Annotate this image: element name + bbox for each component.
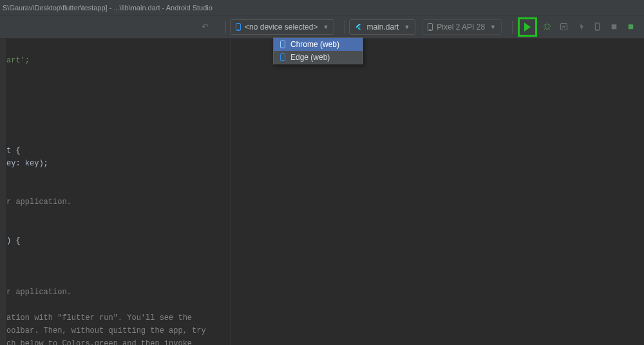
flutter-icon [355,23,363,31]
code-line: t { [6,146,21,155]
dropdown-item-label: Chrome (web) [290,40,339,49]
code-line: oolbar. Then, without quitting the app, … [6,326,206,335]
title-bar: S\Gaurav\Desktop\flutter\testapp] - ...\… [0,0,644,15]
code-line: r application. [6,288,71,297]
back-icon[interactable]: ↶ [199,21,211,33]
attach-icon[interactable] [591,21,603,33]
content-area: art'; t { ey: key); r application. ) { r… [0,39,644,345]
chevron-down-icon: ▼ [323,24,328,30]
coverage-icon[interactable] [557,21,570,33]
android-icon[interactable] [624,21,637,33]
dropdown-item-label: Edge (web) [290,53,330,62]
toolbar-divider [345,21,345,33]
phone-icon [236,23,241,31]
title-text: S\Gaurav\Desktop\flutter\testapp] - ...\… [3,4,213,12]
stop-icon[interactable] [607,21,620,33]
code-line: ey: key); [6,159,48,168]
chevron-down-icon: ▼ [490,24,496,30]
debug-icon[interactable] [540,21,553,33]
run-button[interactable] [518,17,537,37]
dropdown-item-chrome[interactable]: Chrome (web) [274,38,363,51]
main-toolbar: ↶ <no device selected> ▼ main.dart ▼ Pix… [0,15,644,39]
gutter [0,39,6,345]
run-config-combo[interactable]: main.dart ▼ [349,19,415,35]
device-dropdown: Chrome (web) Edge (web) [273,37,363,64]
target-device-label: Pixel 2 API 28 [437,23,485,32]
code-line: r application. [6,198,71,207]
code-line: ) { [6,236,21,245]
dropdown-item-edge[interactable]: Edge (web) [274,51,363,64]
code-editor[interactable]: art'; t { ey: key); r application. ) { r… [6,39,231,345]
svg-rect-3 [611,24,616,30]
phone-icon [280,53,285,61]
run-config-label: main.dart [366,23,399,32]
right-pane [231,39,644,345]
code-line: art'; [6,56,30,65]
toolbar-divider [225,21,226,33]
play-icon [524,23,531,32]
code-line: ation with "flutter run". You'll see the [6,313,192,322]
code-line: ch below to Colors.green and then invoke [6,339,192,345]
chevron-down-icon: ▼ [404,24,410,30]
phone-icon [428,23,433,31]
target-device-combo[interactable]: Pixel 2 API 28 ▼ [422,19,502,35]
device-selector-combo[interactable]: <no device selected> ▼ [230,19,334,35]
device-selector-label: <no device selected> [245,23,317,32]
hot-reload-icon[interactable] [574,21,587,33]
toolbar-divider [512,21,513,33]
phone-icon [280,41,285,48]
